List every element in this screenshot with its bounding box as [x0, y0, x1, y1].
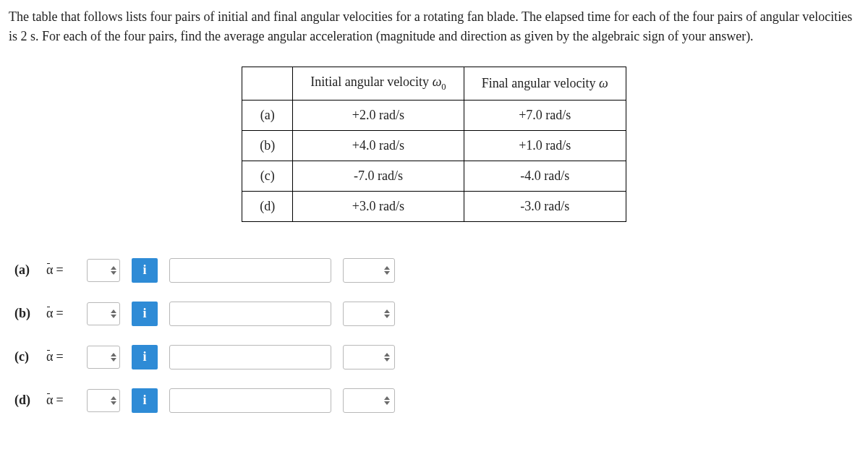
unit-stepper[interactable] [343, 302, 395, 326]
unit-stepper[interactable] [343, 258, 395, 283]
stepper-arrows-icon [111, 309, 116, 318]
sign-stepper[interactable] [87, 389, 120, 412]
cell-final: -4.0 rad/s [464, 161, 626, 191]
info-button[interactable]: i [132, 302, 158, 326]
stepper-arrows-icon [384, 353, 390, 362]
cell-initial: -7.0 rad/s [293, 161, 464, 191]
col-header-initial: Initial angular velocity ω0 [293, 67, 464, 101]
cell-initial: +3.0 rad/s [293, 191, 464, 221]
table-row: (b) +4.0 rad/s +1.0 rad/s [242, 130, 626, 161]
answers-section: (a) α = i (b) α = i (c) α = [9, 258, 859, 413]
value-input[interactable] [169, 258, 331, 283]
stepper-arrows-icon [384, 396, 390, 405]
stepper-arrows-icon [384, 266, 390, 275]
cell-initial: +2.0 rad/s [293, 100, 464, 130]
stepper-arrows-icon [384, 309, 390, 318]
alpha-equals: α = [46, 393, 75, 408]
cell-final: +1.0 rad/s [464, 130, 626, 161]
info-button[interactable]: i [132, 345, 158, 369]
part-label: (c) [14, 349, 35, 364]
alpha-equals: α = [46, 306, 75, 321]
cell-final: -3.0 rad/s [464, 191, 626, 221]
unit-stepper[interactable] [343, 345, 395, 369]
value-input[interactable] [169, 302, 331, 326]
row-label: (a) [242, 100, 293, 130]
table-row: (c) -7.0 rad/s -4.0 rad/s [242, 161, 626, 191]
table-row: (a) +2.0 rad/s +7.0 rad/s [242, 100, 626, 130]
info-button[interactable]: i [132, 388, 158, 413]
table-row: (d) +3.0 rad/s -3.0 rad/s [242, 191, 626, 221]
answer-row-a: (a) α = i [14, 258, 859, 283]
row-label: (d) [242, 191, 293, 221]
part-label: (b) [14, 306, 35, 321]
row-label: (c) [242, 161, 293, 191]
answer-row-c: (c) α = i [14, 345, 859, 369]
info-button[interactable]: i [132, 258, 158, 283]
cell-final: +7.0 rad/s [464, 100, 626, 130]
part-label: (a) [14, 262, 35, 278]
col-header-final: Final angular velocity ω [464, 67, 626, 101]
sign-stepper[interactable] [87, 302, 120, 325]
table-corner [242, 67, 293, 101]
sign-stepper[interactable] [87, 259, 120, 282]
problem-statement: The table that follows lists four pairs … [9, 7, 859, 46]
stepper-arrows-icon [111, 266, 116, 275]
stepper-arrows-icon [111, 396, 116, 405]
answer-row-b: (b) α = i [14, 302, 859, 326]
value-input[interactable] [169, 388, 331, 413]
sign-stepper[interactable] [87, 346, 120, 369]
value-input[interactable] [169, 345, 331, 369]
part-label: (d) [14, 393, 35, 408]
cell-initial: +4.0 rad/s [293, 130, 464, 161]
stepper-arrows-icon [111, 353, 116, 362]
data-table: Initial angular velocity ω0 Final angula… [242, 67, 626, 222]
row-label: (b) [242, 130, 293, 161]
answer-row-d: (d) α = i [14, 388, 859, 413]
unit-stepper[interactable] [343, 388, 395, 413]
alpha-equals: α = [46, 262, 75, 278]
alpha-equals: α = [46, 349, 75, 364]
